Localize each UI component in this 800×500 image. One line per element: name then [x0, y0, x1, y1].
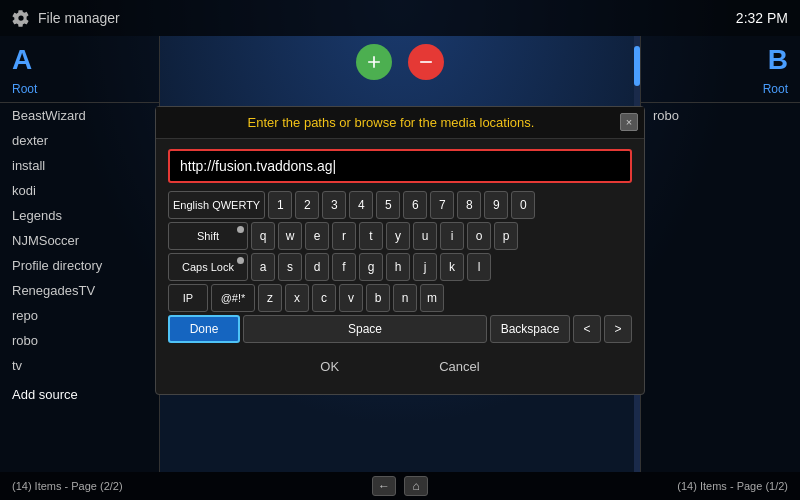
dialog-overlay: Enter the paths or browse for the media … — [0, 0, 800, 500]
capslock-indicator — [237, 257, 244, 264]
kb-capslock-label[interactable]: Caps Lock — [168, 253, 248, 281]
kb-key-n[interactable]: n — [393, 284, 417, 312]
kb-key-c[interactable]: c — [312, 284, 336, 312]
kb-row-4: IP @#!* z x c v b n m — [168, 284, 632, 312]
kb-key-z[interactable]: z — [258, 284, 282, 312]
kb-right-button[interactable]: > — [604, 315, 632, 343]
kb-ip-label[interactable]: IP — [168, 284, 208, 312]
kb-row-3: Caps Lock a s d f g h j k l — [168, 253, 632, 281]
url-input[interactable] — [180, 158, 620, 174]
kb-key-x[interactable]: x — [285, 284, 309, 312]
kb-layout-label[interactable]: English QWERTY — [168, 191, 265, 219]
kb-key-b[interactable]: b — [366, 284, 390, 312]
kb-done-button[interactable]: Done — [168, 315, 240, 343]
kb-key-f[interactable]: f — [332, 253, 356, 281]
kb-key-7[interactable]: 7 — [430, 191, 454, 219]
virtual-keyboard: English QWERTY 1 2 3 4 5 6 7 8 9 0 Shift… — [168, 191, 632, 343]
kb-key-r[interactable]: r — [332, 222, 356, 250]
kb-shift-label[interactable]: Shift — [168, 222, 248, 250]
kb-row-1: English QWERTY 1 2 3 4 5 6 7 8 9 0 — [168, 191, 632, 219]
kb-row-2: Shift q w e r t y u i o p — [168, 222, 632, 250]
kb-key-u[interactable]: u — [413, 222, 437, 250]
kb-key-p[interactable]: p — [494, 222, 518, 250]
kb-key-m[interactable]: m — [420, 284, 444, 312]
dialog-close-button[interactable]: × — [620, 113, 638, 131]
dialog-titlebar: Enter the paths or browse for the media … — [156, 107, 644, 139]
cancel-button[interactable]: Cancel — [419, 355, 499, 378]
kb-key-0[interactable]: 0 — [511, 191, 535, 219]
kb-symbols-label[interactable]: @#!* — [211, 284, 255, 312]
kb-key-v[interactable]: v — [339, 284, 363, 312]
kb-key-s[interactable]: s — [278, 253, 302, 281]
kb-key-1[interactable]: 1 — [268, 191, 292, 219]
url-input-container[interactable] — [168, 149, 632, 183]
kb-left-button[interactable]: < — [573, 315, 601, 343]
dialog-footer: OK Cancel — [156, 355, 644, 378]
kb-key-o[interactable]: o — [467, 222, 491, 250]
kb-key-4[interactable]: 4 — [349, 191, 373, 219]
kb-key-2[interactable]: 2 — [295, 191, 319, 219]
kb-space-button[interactable]: Space — [243, 315, 487, 343]
kb-key-y[interactable]: y — [386, 222, 410, 250]
kb-key-j[interactable]: j — [413, 253, 437, 281]
shift-indicator — [237, 226, 244, 233]
kb-key-h[interactable]: h — [386, 253, 410, 281]
kb-row-5: Done Space Backspace < > — [168, 315, 632, 343]
kb-key-k[interactable]: k — [440, 253, 464, 281]
kb-key-5[interactable]: 5 — [376, 191, 400, 219]
ok-button[interactable]: OK — [300, 355, 359, 378]
media-location-dialog: Enter the paths or browse for the media … — [155, 106, 645, 395]
kb-key-a[interactable]: a — [251, 253, 275, 281]
kb-key-l[interactable]: l — [467, 253, 491, 281]
dialog-title: Enter the paths or browse for the media … — [168, 115, 614, 130]
kb-key-9[interactable]: 9 — [484, 191, 508, 219]
kb-key-d[interactable]: d — [305, 253, 329, 281]
kb-key-w[interactable]: w — [278, 222, 302, 250]
kb-key-6[interactable]: 6 — [403, 191, 427, 219]
kb-key-t[interactable]: t — [359, 222, 383, 250]
kb-key-8[interactable]: 8 — [457, 191, 481, 219]
kb-key-e[interactable]: e — [305, 222, 329, 250]
kb-key-3[interactable]: 3 — [322, 191, 346, 219]
kb-key-q[interactable]: q — [251, 222, 275, 250]
kb-key-i[interactable]: i — [440, 222, 464, 250]
kb-key-g[interactable]: g — [359, 253, 383, 281]
kb-backspace-button[interactable]: Backspace — [490, 315, 570, 343]
